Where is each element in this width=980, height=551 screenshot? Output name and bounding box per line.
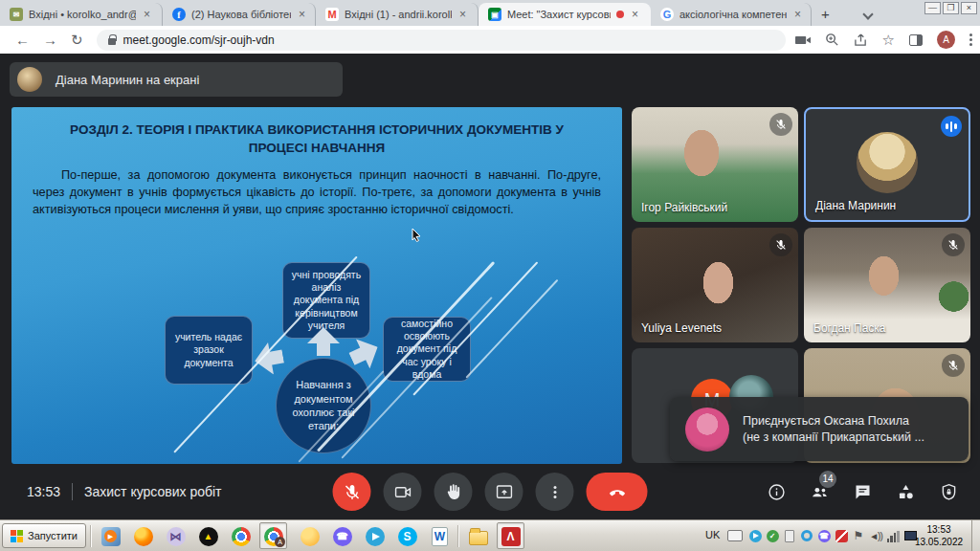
acrobat-icon[interactable]: Λ (500, 525, 522, 547)
kmplayer-icon[interactable]: ⋈ (165, 525, 187, 547)
participant-count-badge: 14 (819, 471, 836, 488)
profile-avatar[interactable]: A (937, 31, 955, 49)
show-desktop-button[interactable] (971, 520, 980, 551)
zoom-icon[interactable] (825, 33, 839, 47)
tab-facebook[interactable]: f (2) Наукова бібліотека Прика × (163, 3, 316, 26)
join-notification-toast: Приєднується Оксана Похила (не з компані… (670, 397, 969, 461)
tab-close-icon[interactable]: × (630, 8, 640, 21)
clock-date: 13.05.2022 (911, 537, 967, 549)
chrome-profile-icon[interactable]: A (262, 525, 284, 547)
window-controls: — ❐ × (924, 2, 977, 14)
present-screen-button[interactable] (485, 473, 523, 511)
tab-close-icon[interactable]: × (297, 8, 307, 21)
mic-off-icon (942, 354, 965, 377)
viber-icon[interactable]: ☎ (331, 525, 353, 547)
volume-tray-icon[interactable]: ◄)) (869, 529, 882, 542)
activities-button[interactable] (896, 482, 916, 502)
lock-icon[interactable] (108, 38, 116, 45)
side-panel-icon[interactable] (909, 34, 923, 46)
network-tray-icon[interactable] (886, 529, 900, 542)
file-explorer-icon[interactable] (467, 525, 489, 547)
clipboard-tray-icon[interactable] (783, 529, 796, 542)
tab-close-icon[interactable]: × (457, 8, 468, 21)
start-button[interactable]: Запустити (2, 523, 86, 548)
tab-close-icon[interactable]: × (142, 8, 152, 21)
guard-tray-icon[interactable] (835, 529, 848, 542)
meet-stage: Діана Маринин на екрані РОЗДІЛ 2. ТЕОРІЯ… (0, 54, 980, 519)
participant-tile-bogdan[interactable]: Богдан Паска (804, 228, 970, 342)
host-controls-button[interactable] (939, 482, 959, 502)
camera-toggle-button[interactable] (384, 473, 422, 511)
viber-tray-icon[interactable]: ☎ (817, 529, 831, 542)
word-icon[interactable]: W (429, 525, 451, 547)
arrow-left-icon (252, 341, 285, 378)
flag-tray-icon[interactable]: ⚑ (852, 529, 865, 542)
meeting-details-button[interactable] (767, 482, 787, 502)
window-close-button[interactable]: × (961, 2, 977, 14)
participant-tile-igor[interactable]: Ігор Райківський (632, 107, 798, 222)
firefox-icon[interactable] (132, 525, 154, 547)
security-check-tray-icon[interactable]: ✓ (766, 529, 779, 542)
camera-permission-icon[interactable] (795, 34, 811, 46)
participant-name: Діана Маринин (815, 199, 896, 212)
window-minimize-button[interactable]: — (924, 2, 941, 14)
facebook-icon: f (172, 8, 186, 21)
arrow-up-icon (307, 327, 340, 356)
more-options-button[interactable] (536, 473, 574, 511)
participants-button[interactable]: 14 (810, 482, 830, 502)
forward-icon[interactable]: → (43, 32, 57, 48)
tab-gmail[interactable]: M Вхідні (1) - andrii.korolko@pn × (316, 3, 479, 26)
tab-label: (2) Наукова бібліотека Прика (191, 9, 291, 20)
back-icon[interactable]: ← (15, 32, 30, 48)
window-restore-button[interactable]: ❐ (943, 2, 959, 14)
end-call-button[interactable] (587, 473, 648, 511)
telegram-icon[interactable] (364, 525, 386, 547)
call-controls (333, 473, 648, 511)
toolbar-right: ☆ A (795, 26, 972, 54)
taskbar-clock[interactable]: 13:53 13.05.2022 (911, 524, 967, 548)
participant-name: Ігор Райківський (641, 201, 727, 214)
participant-tile-diana[interactable]: Діана Маринин (804, 107, 970, 222)
gmail-icon: M (325, 8, 339, 21)
browser-menu-icon[interactable] (969, 33, 972, 46)
mic-toggle-button[interactable] (333, 473, 371, 511)
meeting-title: Захист курсових робіт (84, 484, 221, 499)
screen: ✉ Вхідні • korolko_andr@ukr.net × f (2) … (0, 0, 980, 551)
address-bar[interactable]: meet.google.com/sjr-oujh-vdn (97, 30, 786, 51)
tab-label: Вхідні (1) - andrii.korolko@pn (345, 9, 452, 20)
shared-screen-presentation[interactable]: РОЗДІЛ 2. ТЕОРІЯ І ПРАКТИКА ВИКОРИСТАННЯ… (11, 107, 622, 464)
raise-hand-button[interactable] (434, 473, 473, 511)
jdownloader-icon[interactable] (299, 525, 321, 547)
system-tray: ✓ ☎ ⚑ ◄)) (748, 529, 917, 542)
potplayer-icon[interactable]: ▶ (100, 525, 122, 547)
participant-name: Богдан Паска (813, 321, 886, 335)
participant-tile-yuliya[interactable]: Yuliya Levenets (632, 228, 798, 342)
join-notification-text: Приєднується Оксана Похила (не з компані… (743, 413, 924, 446)
new-tab-button[interactable]: + (821, 6, 830, 22)
browser-ring-tray-icon[interactable] (800, 529, 813, 542)
tab-label: аксіологічна компетентність (679, 9, 787, 20)
speaking-indicator-icon (941, 116, 962, 137)
share-icon[interactable] (854, 33, 868, 47)
aimp-icon[interactable]: ▲ (197, 525, 219, 547)
bookmark-star-icon[interactable]: ☆ (882, 32, 895, 49)
reload-icon[interactable]: ↻ (71, 32, 83, 49)
tab-google-search[interactable]: G аксіологічна компетентність × (651, 3, 812, 26)
decorative-line (465, 279, 558, 378)
skype-icon[interactable]: S (396, 525, 418, 547)
meeting-panels: 14 (767, 482, 959, 502)
tab-ukrnet-mail[interactable]: ✉ Вхідні • korolko_andr@ukr.net × (0, 3, 163, 26)
start-button-label: Запустити (28, 530, 78, 541)
tab-close-icon[interactable]: × (792, 8, 803, 21)
chrome-icon[interactable] (230, 525, 252, 547)
keyboard-layout-icon[interactable] (727, 530, 743, 541)
telegram-tray-icon[interactable] (748, 529, 762, 542)
tab-meet-active[interactable]: ▣ Meet: "Захист курсових р × (479, 3, 651, 26)
url-text[interactable]: meet.google.com/sjr-oujh-vdn (123, 33, 275, 47)
google-icon: G (660, 8, 674, 21)
tab-search-chevron-icon[interactable] (862, 9, 873, 19)
taskbar-separator (457, 525, 459, 547)
chat-button[interactable] (853, 482, 873, 502)
language-indicator[interactable]: UK (705, 529, 720, 540)
presenter-banner-label: Діана Маринин на екрані (56, 73, 199, 87)
